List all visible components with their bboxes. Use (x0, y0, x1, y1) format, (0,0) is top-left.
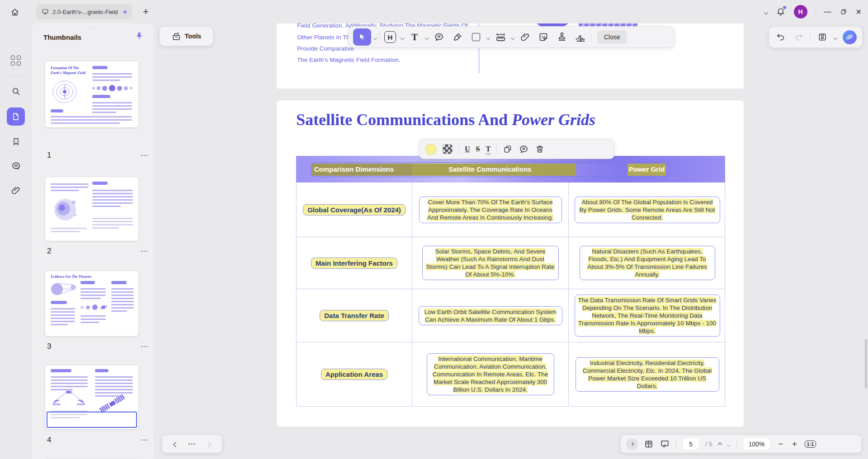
signature-tool-button[interactable]: x (572, 28, 589, 46)
next-page-button[interactable] (727, 440, 731, 448)
panel-drag-handle[interactable]: ··· (32, 25, 154, 31)
thumb4-badge2 (95, 369, 108, 372)
notifications-button[interactable] (776, 7, 786, 17)
thumbnail-page-2[interactable] (45, 177, 138, 241)
measure-tool-button[interactable] (492, 28, 509, 46)
restore-icon (840, 8, 848, 16)
opacity-button[interactable] (443, 144, 453, 154)
text-tool-dropdown[interactable] (425, 33, 428, 41)
highlighted-row-label[interactable]: Main Interfering Factors (311, 258, 397, 269)
actual-size-button[interactable]: 1:1 (805, 440, 816, 448)
home-icon (10, 7, 20, 17)
comment-icon (434, 32, 444, 42)
measure-tool-dropdown[interactable] (511, 33, 514, 41)
heading-main: Satellite Communications And (296, 111, 512, 129)
highlighted-row-label[interactable]: Global Coverage(As Of 2024) (303, 204, 406, 215)
close-window-button[interactable]: ✕ (856, 8, 862, 16)
two-page-view-button[interactable] (644, 439, 654, 449)
add-comment-button[interactable] (519, 144, 529, 155)
underline-button[interactable]: U (465, 145, 470, 153)
zoom-in-button[interactable]: + (791, 439, 799, 449)
thumb2-badge (92, 182, 108, 185)
squiggly-underline-button[interactable]: T (486, 145, 491, 153)
highlighted-note[interactable]: Cover More Than 70% Of The Earth's Surfa… (419, 197, 562, 223)
highlight-tool-dropdown[interactable] (401, 33, 404, 41)
delete-button[interactable] (535, 144, 545, 154)
search-button[interactable] (7, 82, 25, 100)
prev-page-button[interactable] (718, 440, 722, 448)
viewport-indicator[interactable] (47, 412, 137, 428)
maximize-button[interactable] (840, 8, 848, 16)
comment-tool-button[interactable] (431, 28, 447, 46)
shape-tool-dropdown[interactable] (487, 33, 490, 41)
user-avatar[interactable]: H (794, 5, 807, 19)
paperclip-icon (11, 186, 21, 196)
highlighted-note[interactable]: Industrial Electricity, Residential Elec… (576, 357, 719, 392)
pin-panel-button[interactable] (135, 32, 144, 41)
nav-next-button[interactable] (207, 440, 210, 448)
page4-text-line: Provide Comparative (297, 45, 354, 52)
highlighted-row-label[interactable]: Application Areas (321, 369, 387, 380)
attach-file-button[interactable] (517, 28, 533, 46)
minimize-button[interactable]: — (824, 8, 831, 16)
redo-button[interactable] (793, 28, 805, 46)
highlighted-note[interactable]: Natural Disasters (Such As Earthquakes, … (580, 246, 715, 280)
square-shape-icon (472, 33, 480, 41)
shape-tool-button[interactable] (468, 28, 484, 46)
thumbnail-page-3[interactable]: Evidence For The Theories (45, 271, 138, 336)
collapse-statusbar-button[interactable] (626, 438, 638, 450)
thumbnail-1-menu[interactable]: ··· (130, 152, 148, 159)
home-button[interactable] (7, 5, 23, 20)
search-icon (11, 86, 21, 97)
new-tab-button[interactable]: + (143, 5, 149, 18)
thumbnail-page-1[interactable]: Formation Of The Earth's Magnetic Field (45, 61, 138, 127)
pen-tool-button[interactable] (449, 28, 466, 46)
nav-prev-button[interactable] (174, 440, 178, 448)
highlighted-note[interactable]: The Data Transmission Rate Of Smart Grid… (575, 295, 720, 337)
thumb4-badge1 (51, 369, 71, 372)
copy-button[interactable] (503, 144, 513, 154)
highlight-color-swatch[interactable] (425, 144, 437, 155)
attachments-button[interactable] (7, 182, 25, 200)
view-status-bar: 5 / 5 100% − + 1:1 (620, 435, 862, 453)
highlighted-note[interactable]: Low Earth Orbit Satellite Communication … (419, 306, 562, 325)
planet-circles (92, 85, 132, 91)
strikethrough-button[interactable]: S (476, 145, 480, 153)
ai-assistant-button[interactable] (843, 30, 857, 44)
nav-more-button[interactable]: ··· (188, 440, 196, 448)
document-tab[interactable]: 2.0-Earth's-...gnetic-Field (36, 4, 132, 19)
vertical-scrollbar-thumb[interactable] (865, 339, 867, 389)
sticker-tool-button[interactable] (535, 28, 552, 46)
zoom-level-input[interactable]: 100% (743, 437, 771, 450)
select-tool-dropdown[interactable] (374, 33, 377, 41)
presentation-mode-button[interactable] (660, 439, 670, 449)
highlighted-note[interactable]: About 80% Of The Global Population Is Co… (575, 197, 720, 223)
highlight-tool-button[interactable]: H (382, 28, 398, 46)
comments-button[interactable] (7, 157, 25, 175)
select-tool-button-active[interactable] (353, 28, 371, 46)
thumbnail-4-menu[interactable]: ··· (130, 436, 148, 443)
thumbnails-panel-button[interactable] (7, 108, 25, 126)
save-dropdown[interactable] (834, 33, 837, 41)
page4-text-line: Other Planets In The (297, 34, 353, 41)
close-toolbar-button[interactable]: Close (597, 30, 627, 44)
zoom-out-button[interactable]: − (777, 439, 785, 449)
bookmarks-button[interactable] (7, 132, 25, 150)
apps-grid-button[interactable] (7, 52, 25, 70)
save-button[interactable] (816, 28, 829, 46)
notification-dot-icon (783, 6, 786, 9)
highlighted-row-label[interactable]: Data Transfer Rate (320, 310, 389, 321)
highlighted-note[interactable]: Solar Storms, Space Debris, And Severe W… (422, 246, 559, 280)
highlight-selection-outline (311, 162, 670, 177)
text-tool-button[interactable]: T (406, 28, 423, 46)
page-number-input[interactable]: 5 (682, 437, 699, 450)
toolbox-icon (171, 31, 181, 41)
undo-button[interactable] (774, 28, 787, 46)
thumbnail-page-4[interactable] (45, 365, 138, 429)
thumbnail-3-menu[interactable]: ··· (130, 343, 148, 350)
titlebar-chevron-down-icon[interactable] (764, 8, 768, 16)
tools-button[interactable]: Tools (159, 26, 213, 46)
thumbnail-2-menu[interactable]: ··· (130, 248, 148, 254)
stamp-tool-button[interactable] (554, 28, 570, 46)
highlighted-note[interactable]: International Communication, Maritime Co… (427, 353, 554, 395)
